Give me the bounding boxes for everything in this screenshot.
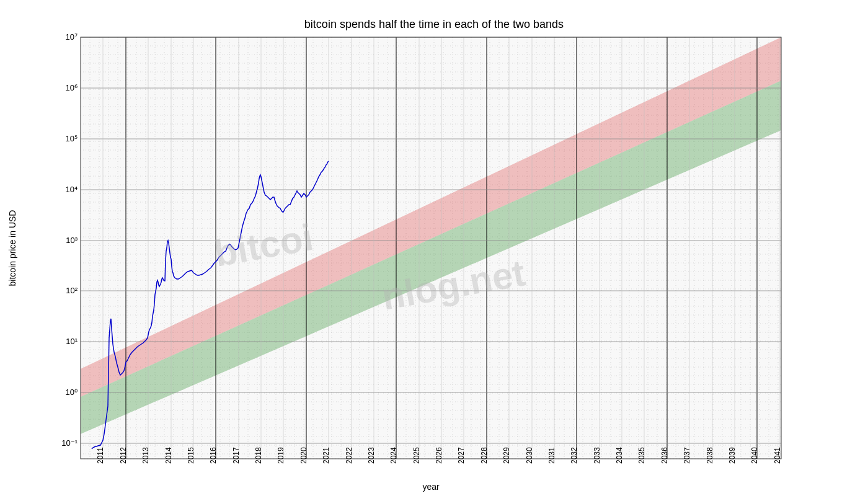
svg-text:2037: 2037 — [683, 447, 691, 464]
y-axis-label: bitcoin price in USD — [7, 210, 17, 286]
svg-text:2031: 2031 — [547, 447, 556, 464]
svg-text:10³: 10³ — [66, 236, 78, 245]
svg-text:2016: 2016 — [209, 447, 218, 464]
chart-container: bitcoin spends half the time in each of … — [0, 0, 868, 496]
svg-text:10⁰: 10⁰ — [66, 388, 78, 397]
svg-text:2035: 2035 — [637, 447, 646, 464]
svg-text:2027: 2027 — [457, 447, 466, 464]
svg-text:2021: 2021 — [322, 447, 330, 464]
svg-text:2013: 2013 — [141, 447, 150, 464]
svg-text:2014: 2014 — [164, 447, 173, 464]
svg-text:2012: 2012 — [119, 447, 128, 464]
svg-text:2036: 2036 — [660, 447, 669, 464]
svg-text:2029: 2029 — [502, 447, 511, 464]
svg-text:10⁶: 10⁶ — [66, 83, 78, 92]
svg-text:2034: 2034 — [615, 447, 624, 464]
chart-title: bitcoin spends half the time in each of … — [304, 18, 564, 30]
svg-text:2025: 2025 — [412, 447, 421, 464]
svg-text:2022: 2022 — [345, 447, 353, 464]
svg-text:2032: 2032 — [570, 447, 578, 464]
x-axis-label: year — [422, 482, 440, 492]
svg-text:2018: 2018 — [254, 447, 263, 464]
svg-text:10⁴: 10⁴ — [66, 185, 78, 194]
svg-text:2040: 2040 — [750, 447, 759, 464]
svg-text:10⁻¹: 10⁻¹ — [61, 438, 78, 448]
svg-text:2011: 2011 — [96, 447, 105, 464]
svg-text:2017: 2017 — [232, 447, 241, 464]
svg-text:2030: 2030 — [525, 447, 534, 464]
svg-text:2020: 2020 — [299, 447, 308, 464]
svg-text:2026: 2026 — [435, 447, 443, 464]
svg-text:2015: 2015 — [187, 447, 195, 464]
svg-text:2038: 2038 — [706, 447, 714, 464]
svg-text:10⁵: 10⁵ — [66, 134, 78, 143]
svg-text:10¹: 10¹ — [66, 337, 78, 346]
svg-text:2028: 2028 — [480, 447, 489, 464]
svg-text:2023: 2023 — [367, 447, 376, 464]
svg-text:2039: 2039 — [728, 447, 737, 464]
svg-text:10²: 10² — [66, 286, 78, 295]
svg-text:10⁷: 10⁷ — [66, 32, 78, 42]
svg-text:2041: 2041 — [773, 447, 782, 464]
svg-text:2033: 2033 — [593, 447, 601, 464]
svg-text:2024: 2024 — [389, 447, 398, 464]
svg-text:2019: 2019 — [277, 447, 285, 464]
